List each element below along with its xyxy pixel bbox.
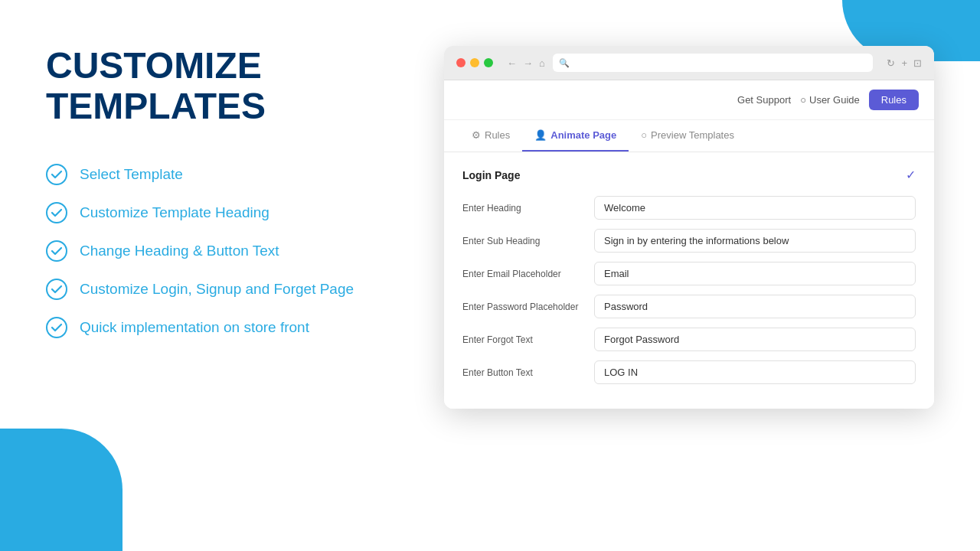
feature-label: Quick implementation on store front: [80, 319, 309, 336]
tab-icon-animate: 👤: [534, 129, 547, 141]
form-label-password: Enter Password Placeholder: [462, 302, 585, 312]
form-label-button: Enter Button Text: [462, 367, 585, 378]
form-input-email[interactable]: [594, 262, 916, 285]
form-input-forgot[interactable]: [594, 328, 916, 351]
home-icon[interactable]: ⌂: [539, 57, 545, 69]
browser-window: ← → ⌂ 🔍 ↻ + ⊡ Get Support: [444, 46, 934, 409]
app-topbar: Get Support ○ User Guide Rules: [444, 80, 934, 120]
right-panel: ← → ⌂ 🔍 ↻ + ⊡ Get Support: [444, 46, 934, 505]
form-label-sub_heading: Enter Sub Heading: [462, 236, 585, 246]
section-header: Login Page ✓: [462, 168, 916, 182]
tabs-bar: ⚙Rules👤Animate Page○Preview Templates: [444, 120, 934, 152]
svg-point-3: [47, 279, 67, 299]
feature-list: Select Template Customize Template Headi…: [46, 164, 413, 338]
main-title: CUSTOMIZE TEMPLATES: [46, 46, 413, 127]
search-icon: 🔍: [559, 58, 570, 68]
back-icon[interactable]: ←: [507, 57, 517, 69]
checkmark-icon: [46, 240, 67, 262]
form-label-forgot: Enter Forgot Text: [462, 334, 585, 345]
more-icon[interactable]: ⊡: [913, 57, 922, 69]
form-row-button: Enter Button Text: [462, 360, 916, 384]
forward-icon[interactable]: →: [523, 57, 533, 69]
form-row-heading: Enter Heading: [462, 196, 916, 220]
traffic-lights: [456, 58, 493, 67]
checkmark-icon: [46, 279, 67, 300]
svg-point-0: [47, 165, 67, 184]
section-check-icon: ✓: [906, 168, 916, 182]
checkmark-icon: [46, 202, 67, 223]
feature-label: Customize Template Heading: [80, 204, 270, 221]
feature-item-f5: Quick implementation on store front: [46, 317, 413, 338]
feature-item-f3: Change Heading & Button Text: [46, 240, 413, 262]
tab-label-rules: Rules: [485, 129, 510, 141]
checkmark-icon: [46, 164, 67, 185]
feature-item-f1: Select Template: [46, 164, 413, 185]
feature-label: Change Heading & Button Text: [80, 243, 279, 259]
form-input-button[interactable]: [594, 360, 916, 384]
feature-item-f4: Customize Login, Signup and Forget Page: [46, 279, 413, 300]
user-guide-link[interactable]: ○ User Guide: [800, 94, 860, 106]
tab-preview[interactable]: ○Preview Templates: [629, 120, 746, 152]
form-area: Login Page ✓ Enter Heading Enter Sub Hea…: [444, 152, 934, 409]
form-row-email: Enter Email Placeholder: [462, 262, 916, 285]
tab-animate[interactable]: 👤Animate Page: [522, 120, 629, 152]
maximize-button-dot[interactable]: [484, 58, 493, 67]
form-fields: Enter Heading Enter Sub Heading Enter Em…: [462, 196, 916, 384]
section-title: Login Page: [462, 169, 520, 181]
form-row-password: Enter Password Placeholder: [462, 295, 916, 318]
feature-label: Select Template: [80, 166, 183, 183]
browser-actions: ↻ + ⊡: [887, 57, 922, 69]
browser-search-bar[interactable]: 🔍: [553, 54, 874, 72]
minimize-button-dot[interactable]: [470, 58, 479, 67]
add-tab-icon[interactable]: +: [901, 57, 907, 69]
checkmark-icon: [46, 317, 67, 338]
svg-point-4: [47, 318, 67, 337]
svg-point-1: [47, 203, 67, 223]
feature-item-f2: Customize Template Heading: [46, 202, 413, 223]
get-support-link[interactable]: Get Support: [737, 94, 791, 106]
left-panel: CUSTOMIZE TEMPLATES Select Template Cust…: [46, 46, 444, 505]
tab-icon-rules: ⚙: [472, 129, 481, 141]
rules-button[interactable]: Rules: [869, 90, 919, 110]
guide-icon: ○: [800, 94, 806, 106]
form-row-forgot: Enter Forgot Text: [462, 328, 916, 351]
svg-point-2: [47, 241, 67, 261]
tab-label-preview: Preview Templates: [651, 129, 734, 141]
refresh-icon[interactable]: ↻: [887, 57, 895, 69]
form-row-sub_heading: Enter Sub Heading: [462, 229, 916, 253]
browser-body: Get Support ○ User Guide Rules ⚙Rules👤An…: [444, 80, 934, 409]
form-input-sub_heading[interactable]: [594, 229, 916, 253]
tab-icon-preview: ○: [641, 129, 647, 141]
close-button-dot[interactable]: [456, 58, 466, 67]
form-label-email: Enter Email Placeholder: [462, 269, 585, 279]
tab-rules[interactable]: ⚙Rules: [459, 120, 522, 152]
browser-nav: ← → ⌂: [507, 57, 545, 69]
form-input-password[interactable]: [594, 295, 916, 318]
form-input-heading[interactable]: [594, 196, 916, 220]
form-label-heading: Enter Heading: [462, 203, 585, 214]
feature-label: Customize Login, Signup and Forget Page: [80, 281, 354, 298]
browser-chrome: ← → ⌂ 🔍 ↻ + ⊡: [444, 46, 934, 80]
tab-label-animate: Animate Page: [550, 129, 616, 141]
